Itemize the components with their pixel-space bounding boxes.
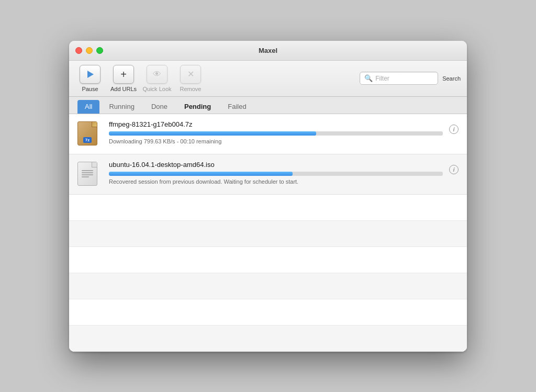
- download-status-2: Recovered session from previous download…: [109, 178, 443, 185]
- pause-button-icon: [80, 65, 100, 84]
- tab-all[interactable]: All: [77, 100, 99, 114]
- download-name-2: ubuntu-16.04.1-desktop-amd64.iso: [109, 161, 443, 169]
- empty-row-4: [69, 273, 467, 299]
- search-placeholder: Filter: [375, 75, 389, 82]
- empty-row-6: [69, 326, 467, 352]
- progress-track-2: [109, 172, 443, 176]
- search-icon: 🔍: [364, 74, 373, 82]
- tabs-bar: All Running Done Pending Failed: [69, 97, 467, 114]
- window-title: Maxel: [259, 47, 277, 54]
- quick-look-button-icon: 👁: [147, 65, 168, 84]
- progress-fill-1: [109, 131, 316, 136]
- close-button[interactable]: [75, 47, 82, 54]
- pause-label: Pause: [82, 86, 98, 92]
- progress-fill-2: [109, 172, 293, 176]
- tab-done[interactable]: Done: [144, 100, 175, 114]
- search-field[interactable]: 🔍 Filter: [360, 72, 438, 85]
- minimize-button[interactable]: [86, 47, 93, 54]
- pause-button[interactable]: Pause: [75, 65, 105, 92]
- empty-row-3: [69, 247, 467, 273]
- toolbar: Pause + Add URLs 👁 Quick Look ✕ Remove: [69, 61, 467, 97]
- download-name-1: ffmpeg-81321-g17eb004.7z: [109, 120, 443, 128]
- info-button-2[interactable]: i: [449, 165, 459, 174]
- plus-icon: +: [120, 69, 127, 80]
- file-icon-iso: [77, 162, 103, 189]
- eye-icon: 👁: [153, 70, 161, 79]
- download-item-1[interactable]: 7z ffmpeg-81321-g17eb004.7z Downloading …: [69, 114, 467, 154]
- tab-pending[interactable]: Pending: [177, 100, 218, 114]
- download-status-1: Downloading 799.63 KB/s - 00:10 remainin…: [109, 138, 443, 144]
- download-info-1: ffmpeg-81321-g17eb004.7z Downloading 799…: [109, 120, 443, 144]
- traffic-lights: [75, 47, 103, 54]
- empty-row-1: [69, 195, 467, 221]
- empty-row-5: [69, 299, 467, 326]
- tab-failed[interactable]: Failed: [220, 100, 253, 114]
- download-item-2[interactable]: ubuntu-16.04.1-desktop-amd64.iso Recover…: [69, 154, 467, 195]
- download-info-2: ubuntu-16.04.1-desktop-amd64.iso Recover…: [109, 161, 443, 185]
- empty-row-2: [69, 221, 467, 247]
- remove-button-icon: ✕: [180, 65, 201, 84]
- add-urls-button-icon: +: [113, 65, 134, 84]
- downloads-list: 7z ffmpeg-81321-g17eb004.7z Downloading …: [69, 114, 467, 352]
- file-icon-7z: 7z: [77, 121, 103, 149]
- add-urls-button[interactable]: + Add URLs: [109, 65, 138, 92]
- maximize-button[interactable]: [96, 47, 103, 54]
- remove-button[interactable]: ✕ Remove: [176, 65, 205, 92]
- app-window: Maxel Pause + Add URLs 👁 Quick Look: [69, 41, 467, 352]
- titlebar: Maxel: [69, 41, 467, 61]
- quick-look-label: Quick Look: [142, 86, 171, 92]
- info-button-1[interactable]: i: [449, 125, 459, 134]
- remove-label: Remove: [180, 86, 202, 92]
- x-icon: ✕: [187, 69, 194, 79]
- play-icon: [87, 71, 94, 78]
- tab-running[interactable]: Running: [102, 100, 141, 114]
- search-label: Search: [442, 75, 461, 82]
- add-urls-label: Add URLs: [110, 86, 137, 92]
- progress-track-1: [109, 131, 443, 136]
- quick-look-button[interactable]: 👁 Quick Look: [142, 65, 172, 92]
